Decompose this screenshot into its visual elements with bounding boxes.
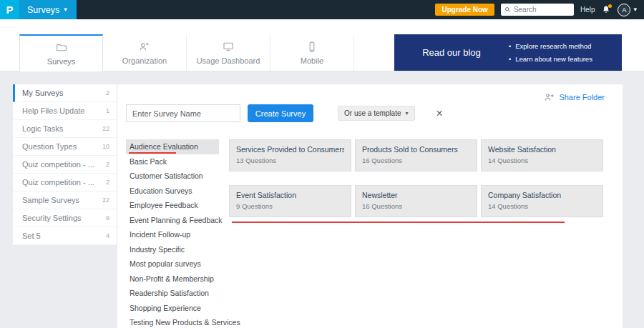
- category-item[interactable]: Basic Pack: [126, 154, 219, 169]
- template-card[interactable]: Newsletter 16 Questions: [355, 185, 477, 217]
- folder-label: Question Types: [22, 142, 77, 151]
- notification-badge: [608, 4, 612, 8]
- tab-label: Mobile: [301, 56, 323, 65]
- category-item[interactable]: Employee Feedback: [126, 198, 219, 213]
- template-cards: Services Provided to Consumers 13 Questi…: [229, 139, 603, 328]
- chevron-down-icon: ▾: [64, 6, 67, 13]
- category-item[interactable]: Education Surveys: [126, 184, 219, 199]
- folder-label: Security Settings: [22, 214, 82, 222]
- template-question-count: 14 Questions: [488, 156, 596, 164]
- survey-name-input[interactable]: [126, 104, 240, 122]
- people-add-icon: [138, 41, 151, 53]
- share-folder-label: Share Folder: [559, 93, 605, 101]
- blog-bullet: Learn about new features: [509, 55, 592, 63]
- category-item-selected[interactable]: Audience Evaluation: [126, 139, 219, 154]
- template-title: Services Provided to Consumers: [236, 145, 344, 154]
- folder-label: Quiz competition - ...: [22, 178, 94, 187]
- person-add-icon: [544, 92, 555, 102]
- template-categories: Audience Evaluation Basic Pack Customer …: [126, 139, 219, 328]
- search-input[interactable]: [514, 6, 570, 14]
- template-dropdown[interactable]: Or use a template ▾: [338, 106, 415, 121]
- category-item[interactable]: Event Planning & Feedback: [126, 213, 219, 228]
- chevron-down-icon: ▾: [405, 111, 408, 116]
- search-icon: [504, 6, 511, 13]
- folder-count: 22: [102, 125, 109, 132]
- blog-bullets: Explore research method Learn about new …: [509, 42, 592, 63]
- sidebar-item-security-settings[interactable]: Security Settings 9: [13, 209, 117, 227]
- blog-banner[interactable]: Read our blog Explore research method Le…: [394, 34, 622, 71]
- folders-sidebar: My Surveys 2 Help Files Update 1 Logic T…: [13, 84, 117, 245]
- annotation-red-line: [232, 222, 565, 223]
- blog-title: Read our blog: [394, 47, 509, 58]
- monitor-icon: [222, 41, 235, 53]
- tab-label: Organization: [122, 56, 167, 65]
- template-card[interactable]: Website Satisfaction 14 Questions: [481, 139, 603, 172]
- template-card[interactable]: Services Provided to Consumers 13 Questi…: [229, 139, 351, 172]
- folder-count: 2: [106, 179, 109, 186]
- template-title: Event Satisfaction: [236, 191, 344, 199]
- folder-count: 2: [106, 89, 109, 96]
- template-title: Company Satisfaction: [488, 191, 596, 199]
- mobile-icon: [306, 41, 318, 53]
- create-survey-row: Create Survey Or use a template ▾ ×: [126, 104, 623, 122]
- template-title: Newsletter: [362, 191, 470, 199]
- blog-bullet: Explore research method: [509, 42, 592, 50]
- account-menu[interactable]: A ▾: [618, 4, 637, 16]
- main-area: My Surveys 2 Help Files Update 1 Logic T…: [0, 71, 644, 328]
- create-survey-button[interactable]: Create Survey: [248, 104, 313, 122]
- template-question-count: 16 Questions: [362, 156, 470, 164]
- category-item[interactable]: Most popular surveys: [126, 257, 219, 272]
- template-question-count: 9 Questions: [236, 202, 344, 210]
- topbar-surveys-label: Surveys: [27, 5, 59, 15]
- upgrade-now-button[interactable]: Upgrade Now: [435, 4, 494, 16]
- sidebar-item-logic-tasks[interactable]: Logic Tasks 22: [13, 120, 117, 138]
- template-question-count: 16 Questions: [362, 202, 470, 210]
- tab-mobile[interactable]: Mobile: [270, 34, 354, 71]
- tab-bar: Surveys Organization Usage Dashboard Mob…: [0, 34, 644, 71]
- sidebar-item-sample-surveys[interactable]: Sample Surveys 22: [13, 192, 117, 209]
- tab-usage-dashboard[interactable]: Usage Dashboard: [187, 34, 270, 71]
- category-item[interactable]: Testing New Products & Services: [126, 315, 219, 328]
- template-card[interactable]: Products Sold to Consumers 16 Questions: [355, 139, 477, 172]
- template-question-count: 14 Questions: [488, 202, 596, 210]
- help-link[interactable]: Help: [580, 6, 595, 14]
- template-card[interactable]: Company Satisfaction 14 Questions: [481, 185, 603, 217]
- template-title: Website Satisfaction: [488, 145, 596, 154]
- sidebar-item-quiz-competition-1[interactable]: Quiz competition - ... 2: [13, 156, 117, 174]
- sidebar-item-my-surveys[interactable]: My Surveys 2: [13, 84, 117, 102]
- sidebar-item-set-5[interactable]: Set 5 4: [13, 227, 117, 245]
- template-question-count: 13 Questions: [236, 156, 344, 164]
- folder-count: 10: [102, 143, 109, 150]
- folder-label: Quiz competition - ...: [22, 160, 94, 169]
- folder-label: Help Files Update: [22, 106, 84, 115]
- app-logo[interactable]: P: [0, 0, 19, 19]
- folder-label: Logic Tasks: [22, 124, 63, 133]
- tab-organization[interactable]: Organization: [103, 34, 187, 71]
- category-item[interactable]: Incident Follow-up: [126, 227, 219, 242]
- sidebar-item-quiz-competition-2[interactable]: Quiz competition - ... 2: [13, 174, 117, 192]
- folder-label: My Surveys: [22, 89, 63, 97]
- avatar: A: [618, 4, 630, 16]
- content-toolbar: Share Folder: [126, 84, 623, 103]
- sidebar-item-question-types[interactable]: Question Types 10: [13, 138, 117, 156]
- folder-icon: [55, 41, 68, 54]
- folder-count: 22: [102, 197, 109, 204]
- chevron-down-icon: ▾: [633, 6, 637, 13]
- category-item[interactable]: Readership Satisfaction: [126, 286, 219, 301]
- sidebar-item-help-files-update[interactable]: Help Files Update 1: [13, 102, 117, 120]
- notifications-bell-icon[interactable]: [601, 4, 611, 16]
- close-icon[interactable]: ×: [436, 108, 443, 119]
- search-box[interactable]: [501, 4, 574, 16]
- share-folder-button[interactable]: Share Folder: [544, 91, 605, 103]
- category-item[interactable]: Non-Profit & Membership: [126, 272, 219, 287]
- topbar-surveys-menu[interactable]: Surveys ▾: [19, 0, 77, 19]
- category-item[interactable]: Shopping Experience: [126, 301, 219, 316]
- annotation-underline: [129, 152, 176, 154]
- brand-area: P Surveys ▾: [0, 0, 77, 19]
- folder-count: 9: [106, 214, 109, 222]
- category-item[interactable]: Customer Satisfaction: [126, 169, 219, 184]
- folder-label: Set 5: [22, 232, 41, 240]
- template-card[interactable]: Event Satisfaction 9 Questions: [229, 185, 351, 217]
- category-item[interactable]: Industry Specific: [126, 242, 219, 257]
- tab-surveys[interactable]: Surveys: [19, 34, 103, 71]
